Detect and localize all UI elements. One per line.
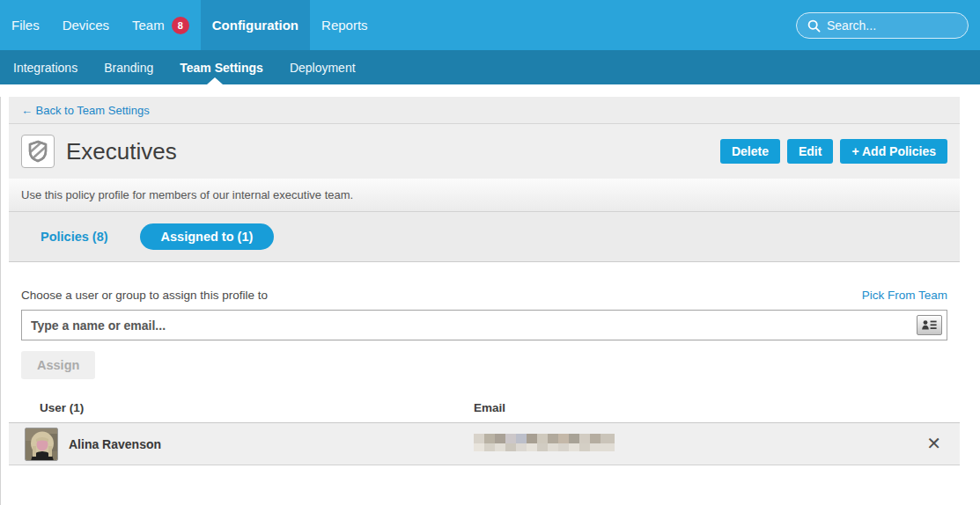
redacted-email	[474, 432, 615, 453]
profile-header: Executives Delete Edit + Add Policies	[9, 124, 960, 179]
subnav-item-integrations[interactable]: Integrations	[0, 61, 91, 75]
nav-item-reports[interactable]: Reports	[310, 0, 379, 50]
back-to-team-settings-link[interactable]: ← Back to Team Settings	[21, 104, 150, 117]
assign-section: Choose a user or group to assign this pr…	[9, 289, 960, 379]
subnav-item-deployment[interactable]: Deployment	[276, 61, 369, 75]
add-policies-button[interactable]: + Add Policies	[840, 139, 947, 164]
table-row: Alina Ravenson ✕	[9, 423, 960, 465]
tab-policies[interactable]: Policies (8)	[21, 224, 128, 249]
assign-button[interactable]: Assign	[21, 351, 95, 379]
team-count-badge: 8	[172, 17, 189, 34]
assign-label: Choose a user or group to assign this pr…	[21, 289, 268, 302]
main-content: ← Back to Team Settings Executives Delet…	[9, 97, 960, 465]
page-body: ← Back to Team Settings Executives Delet…	[0, 97, 980, 505]
delete-button[interactable]: Delete	[720, 139, 780, 164]
user-avatar	[25, 428, 58, 461]
page-title: Executives	[66, 138, 177, 165]
sub-nav: Integrations Branding Team Settings Depl…	[0, 50, 980, 84]
subnav-item-team-settings[interactable]: Team Settings	[166, 61, 276, 75]
active-tab-caret	[207, 77, 223, 84]
nav-item-files[interactable]: Files	[0, 0, 51, 50]
nav-item-team-label: Team	[132, 18, 165, 33]
subnav-item-branding[interactable]: Branding	[91, 61, 166, 75]
nav-item-devices[interactable]: Devices	[51, 0, 121, 50]
edit-button[interactable]: Edit	[787, 139, 833, 164]
back-bar: ← Back to Team Settings	[9, 97, 960, 124]
search-box[interactable]	[796, 12, 969, 39]
remove-user-icon[interactable]: ✕	[926, 434, 941, 453]
policy-profile-shield-icon	[21, 135, 55, 168]
contact-card-icon	[921, 318, 938, 332]
column-header-user: User (1)	[9, 401, 474, 414]
column-header-email: Email	[474, 401, 960, 414]
search-icon	[807, 19, 821, 33]
tabs-bar: Policies (8) Assigned to (1)	[9, 211, 960, 262]
pick-from-team-link[interactable]: Pick From Team	[862, 289, 947, 302]
contact-picker-button[interactable]	[917, 315, 942, 335]
nav-item-team[interactable]: Team 8	[121, 0, 201, 50]
assigned-users-table: User (1) Email	[9, 401, 960, 465]
nav-item-configuration[interactable]: Configuration	[201, 0, 310, 50]
user-search-input[interactable]	[21, 310, 947, 340]
tab-assigned-to[interactable]: Assigned to (1)	[140, 223, 275, 250]
search-input[interactable]	[827, 18, 950, 33]
header-actions: Delete Edit + Add Policies	[720, 139, 947, 164]
table-header-row: User (1) Email	[9, 401, 960, 423]
profile-description: Use this policy profile for members of o…	[9, 179, 960, 211]
top-nav: Files Devices Team 8 Configuration Repor…	[0, 0, 980, 50]
user-name: Alina Ravenson	[69, 437, 161, 451]
